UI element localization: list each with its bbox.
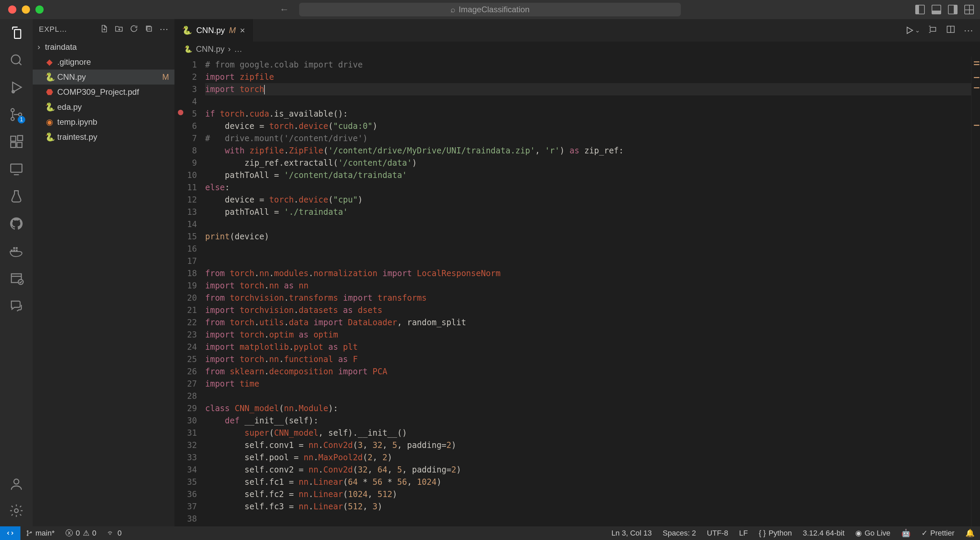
svg-rect-14 — [16, 247, 18, 249]
status-prettier[interactable]: ✓Prettier — [916, 529, 960, 538]
new-folder-icon[interactable] — [115, 24, 123, 35]
collapse-all-icon[interactable] — [145, 24, 153, 35]
svg-point-17 — [15, 509, 18, 513]
svg-point-3 — [11, 117, 14, 120]
more-icon[interactable]: ⋯ — [159, 24, 168, 35]
scm-badge: 1 — [18, 116, 25, 123]
command-center-text: ImageClassification — [459, 5, 530, 14]
minimize-window[interactable] — [22, 5, 30, 14]
editor-tabs: 🐍 CNN.py M × ⌄ ⋯ — [175, 19, 980, 41]
file-item[interactable]: ◉ temp.ipynb — [33, 115, 175, 129]
new-file-icon[interactable] — [100, 24, 108, 35]
status-indentation[interactable]: Spaces: 2 — [657, 529, 702, 538]
command-center[interactable]: ⌕ ImageClassification — [299, 3, 681, 16]
editor-tab[interactable]: 🐍 CNN.py M × — [175, 19, 253, 41]
maximize-window[interactable] — [35, 5, 44, 14]
activity-source-control[interactable]: 1 — [9, 107, 24, 122]
file-name: eda.py — [57, 102, 82, 112]
python-file-icon: 🐍 — [45, 102, 54, 112]
file-name: COMP309_Project.pdf — [57, 87, 139, 97]
editor-actions: ⌄ ⋯ — [905, 19, 980, 41]
code-editor[interactable]: 1234567891011121314151617181920212223242… — [175, 57, 980, 526]
error-glyph-icon[interactable] — [178, 110, 183, 115]
explorer-title: EXPL… — [39, 25, 100, 34]
toggle-panel-icon[interactable] — [932, 5, 941, 14]
activity-chat[interactable] — [9, 298, 24, 313]
tab-filename: CNN.py — [196, 25, 225, 35]
file-item-active[interactable]: 🐍 CNN.py M — [33, 70, 175, 84]
close-window[interactable] — [8, 5, 16, 14]
svg-rect-9 — [11, 164, 22, 172]
svg-rect-13 — [13, 247, 15, 249]
search-icon: ⌕ — [450, 5, 455, 14]
breadcrumb-sep: › — [228, 44, 231, 54]
activity-explorer[interactable] — [9, 25, 24, 40]
activity-bar: 1 — [0, 19, 33, 526]
nav-back[interactable]: ← — [279, 4, 289, 15]
file-item-folder[interactable]: traindata — [33, 40, 175, 54]
status-ports[interactable]: ᯤ0 — [102, 529, 127, 538]
status-language[interactable]: { }Python — [753, 529, 797, 538]
modified-badge: M — [162, 72, 169, 82]
python-file-icon: 🐍 — [45, 132, 54, 142]
activity-accounts[interactable] — [9, 476, 24, 492]
toggle-primary-sidebar-icon[interactable] — [915, 5, 925, 14]
activity-docker[interactable] — [9, 244, 24, 258]
activity-search[interactable] — [9, 53, 24, 67]
status-eol[interactable]: LF — [733, 529, 753, 538]
activity-extensions[interactable] — [9, 134, 24, 149]
window-controls — [0, 5, 44, 14]
status-copilot[interactable]: 🤖 — [896, 529, 916, 538]
more-actions-icon[interactable]: ⋯ — [964, 25, 973, 36]
remote-indicator[interactable] — [0, 526, 21, 540]
python-file-icon: 🐍 — [184, 45, 192, 53]
status-go-live[interactable]: ◉Go Live — [850, 529, 896, 538]
toggle-secondary-sidebar-icon[interactable] — [948, 5, 958, 14]
status-encoding[interactable]: UTF-8 — [702, 529, 733, 538]
breadcrumb-rest: … — [234, 44, 242, 54]
customize-layout-icon[interactable] — [964, 5, 974, 14]
activity-github[interactable] — [9, 216, 24, 231]
refresh-icon[interactable] — [129, 24, 138, 35]
file-name: traintest.py — [57, 132, 97, 142]
file-name: .gitignore — [57, 57, 91, 67]
svg-rect-7 — [17, 142, 22, 148]
notebook-file-icon: ◉ — [45, 117, 54, 127]
editor-group: 🐍 CNN.py M × ⌄ ⋯ 🐍 CNN.py › … — [175, 19, 980, 526]
status-problems[interactable]: ⓧ0 ⚠0 — [60, 528, 102, 538]
python-file-icon: 🐍 — [45, 72, 54, 82]
activity-settings[interactable] — [9, 503, 24, 518]
copilot-icon: 🤖 — [901, 529, 910, 538]
svg-rect-19 — [930, 27, 936, 31]
code-content[interactable]: # from google.colab import driveimport z… — [205, 57, 971, 526]
file-name: CNN.py — [57, 72, 86, 82]
layout-controls — [915, 5, 974, 14]
activity-remote-explorer[interactable] — [9, 162, 24, 177]
split-editor-icon[interactable] — [946, 24, 956, 36]
breadcrumbs[interactable]: 🐍 CNN.py › … — [175, 41, 980, 57]
file-item[interactable]: ◆ .gitignore — [33, 54, 175, 70]
status-interpreter[interactable]: 3.12.4 64-bit — [797, 529, 850, 538]
svg-rect-8 — [18, 136, 23, 141]
svg-point-2 — [11, 109, 14, 112]
error-icon: ⓧ — [65, 528, 73, 538]
file-item[interactable]: 🐍 eda.py — [33, 100, 175, 115]
status-branch[interactable]: main* — [21, 529, 60, 538]
activity-testing[interactable] — [9, 189, 24, 204]
pdf-file-icon: ⬣ — [45, 87, 54, 97]
git-file-icon: ◆ — [45, 57, 54, 67]
activity-project-manager[interactable] — [9, 271, 24, 286]
status-notifications[interactable]: 🔔 — [960, 529, 980, 538]
status-cursor-position[interactable]: Ln 3, Col 13 — [606, 529, 657, 538]
svg-point-0 — [11, 55, 20, 64]
python-file-icon: 🐍 — [182, 25, 192, 35]
minimap[interactable] — [971, 57, 980, 526]
radio-icon: ᯤ — [107, 529, 115, 538]
file-item[interactable]: ⬣ COMP309_Project.pdf — [33, 84, 175, 100]
run-button[interactable]: ⌄ — [905, 25, 920, 35]
file-item[interactable]: 🐍 traintest.py — [33, 129, 175, 145]
close-tab-icon[interactable]: × — [240, 25, 245, 36]
folder-name: traindata — [45, 42, 77, 52]
activity-run-debug[interactable] — [9, 80, 24, 95]
run-by-line-icon[interactable] — [928, 24, 938, 36]
